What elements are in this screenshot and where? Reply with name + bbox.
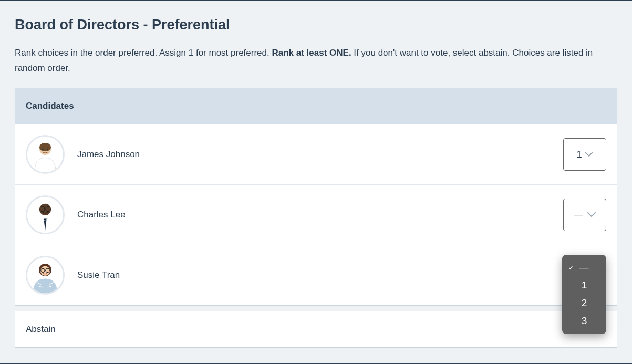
rank-placeholder: — — [574, 209, 584, 220]
avatar — [26, 256, 65, 295]
rank-select[interactable]: — — [563, 199, 606, 231]
rank-select[interactable]: 1 — [563, 138, 606, 171]
chevron-down-icon — [585, 152, 593, 157]
rank-option-3[interactable]: 3 — [562, 312, 606, 330]
rank-option-2[interactable]: 2 — [562, 294, 606, 312]
avatar — [26, 135, 65, 174]
svg-point-2 — [42, 148, 44, 150]
rank-value: 1 — [576, 149, 582, 160]
rank-option-label: 2 — [582, 297, 587, 309]
instructions-strong: Rank at least ONE. — [272, 48, 351, 58]
person-avatar-icon — [27, 257, 63, 293]
table-header: Candidates — [15, 88, 617, 124]
svg-point-5 — [39, 204, 51, 215]
person-avatar-icon — [27, 137, 63, 172]
instructions-part1: Rank choices in the order preferred. Ass… — [15, 48, 272, 58]
abstain-label: Abstain — [26, 324, 56, 334]
person-avatar-icon — [27, 197, 63, 233]
candidate-row: Susie Tran ✓ — 1 2 3 — [15, 245, 617, 305]
candidate-name: Charles Lee — [77, 210, 563, 220]
rank-dropdown-menu: ✓ — 1 2 3 — [562, 255, 606, 334]
chevron-down-icon — [587, 212, 596, 217]
rank-option-label: — — [579, 262, 589, 273]
rank-option-label: 1 — [582, 279, 587, 291]
rank-option-placeholder[interactable]: ✓ — — [562, 259, 606, 276]
candidates-table: Candidates James Johnson 1 — [15, 88, 617, 306]
candidate-name: James Johnson — [77, 149, 563, 160]
rank-option-label: 3 — [582, 315, 587, 327]
svg-point-3 — [47, 148, 48, 150]
avatar — [26, 195, 65, 234]
candidate-row: Charles Lee — — [15, 185, 617, 245]
abstain-row[interactable]: Abstain — [15, 311, 617, 348]
candidate-row: James Johnson 1 — [15, 124, 617, 185]
check-icon: ✓ — [568, 264, 574, 272]
candidate-name: Susie Tran — [77, 270, 563, 280]
instructions-text: Rank choices in the order preferred. Ass… — [15, 46, 617, 76]
rank-option-1[interactable]: 1 — [562, 276, 606, 294]
page-title: Board of Directors - Preferential — [15, 17, 617, 33]
